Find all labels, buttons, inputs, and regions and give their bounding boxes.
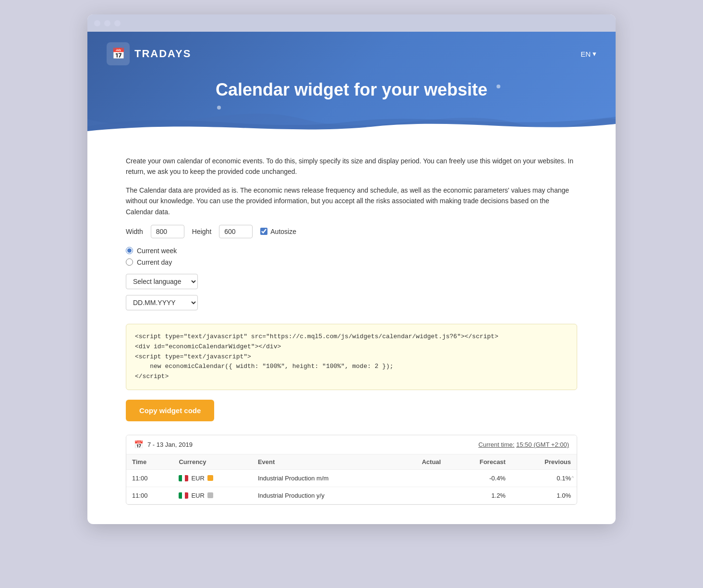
row2-previous: 1.0% <box>511 487 577 504</box>
events-table: Time Currency Event Actual Forecast Prev… <box>126 454 577 504</box>
height-label: Height <box>192 228 211 235</box>
table-body: 11:00 EUR Industrial Production m/m -0.4… <box>126 469 577 504</box>
table-row: 11:00 EUR Industrial Production m/m -0.4… <box>126 469 577 487</box>
titlebar <box>87 14 616 32</box>
width-label: Width <box>126 228 143 235</box>
widget-preview-header: 📅 7 - 13 Jan, 2019 Current time: 15:50 (… <box>126 435 577 454</box>
logo-text: TRADAYS <box>134 48 191 60</box>
radio-current-day-input[interactable] <box>126 258 133 266</box>
titlebar-dot-green <box>114 20 121 26</box>
row2-forecast: 1.2% <box>447 487 511 504</box>
row1-impact-icon <box>207 475 213 481</box>
current-time-label: Current time: <box>478 441 514 448</box>
row1-flag <box>179 475 188 481</box>
col-actual: Actual <box>394 454 447 470</box>
titlebar-dot-yellow <box>104 20 110 26</box>
height-input[interactable] <box>219 225 253 238</box>
date-range-text: 7 - 13 Jan, 2019 <box>147 441 193 448</box>
row2-impact-icon <box>207 492 213 498</box>
lang-label: EN <box>581 50 591 58</box>
radio-current-week[interactable]: Current week <box>126 247 577 255</box>
col-previous: Previous <box>511 454 577 470</box>
row1-event: Industrial Production m/m <box>252 469 394 487</box>
description-2: The Calendar data are provided as is. Th… <box>126 185 577 217</box>
current-time-display: Current time: 15:50 (GMT +2:00) <box>478 441 569 448</box>
row1-time: 11:00 <box>126 469 173 487</box>
width-input[interactable] <box>151 225 184 238</box>
row2-currency-text: EUR <box>191 492 204 499</box>
radio-current-day-label: Current day <box>137 258 172 266</box>
radio-current-week-input[interactable] <box>126 247 133 254</box>
main-content: Create your own calendar of economic eve… <box>87 138 616 524</box>
row2-flag <box>179 492 188 499</box>
table-header: Time Currency Event Actual Forecast Prev… <box>126 454 577 470</box>
widget-date-range: 📅 7 - 13 Jan, 2019 <box>134 440 193 449</box>
page-title: Calendar widget for your website <box>107 80 596 100</box>
period-radio-group: Current week Current day <box>126 247 577 266</box>
widget-preview: 📅 7 - 13 Jan, 2019 Current time: 15:50 (… <box>126 435 577 505</box>
col-event: Event <box>252 454 394 470</box>
lang-chevron-icon: ▾ <box>593 49 596 58</box>
page-header: 📅 TRADAYS EN ▾ Calendar widget for your … <box>87 32 616 138</box>
radio-current-day[interactable]: Current day <box>126 258 577 266</box>
date-format-dropdown[interactable]: DD.MM.YYYY MM/DD/YYYY <box>126 295 198 310</box>
row2-currency-cell: EUR <box>179 492 246 499</box>
autosize-label: Autosize <box>270 228 296 235</box>
row1-currency-cell: EUR <box>179 475 246 482</box>
table-header-row: Time Currency Event Actual Forecast Prev… <box>126 454 577 470</box>
copy-widget-code-button[interactable]: Copy widget code <box>126 400 214 421</box>
logo: 📅 TRADAYS <box>107 42 191 65</box>
col-currency: Currency <box>173 454 252 470</box>
main-window: 📅 TRADAYS EN ▾ Calendar widget for your … <box>87 14 616 524</box>
autosize-checkbox[interactable] <box>260 228 267 235</box>
row2-actual <box>394 487 447 504</box>
size-settings-row: Width Height Autosize <box>126 225 577 238</box>
titlebar-dot-red <box>94 20 100 26</box>
code-content: <script type="text/javascript" src="http… <box>135 333 498 380</box>
row1-actual <box>394 469 447 487</box>
col-time: Time <box>126 454 173 470</box>
header-nav: 📅 TRADAYS EN ▾ <box>107 42 596 65</box>
current-time-value: 15:50 (GMT +2:00) <box>516 441 569 448</box>
radio-current-week-label: Current week <box>137 247 177 255</box>
table-row: 11:00 EUR Industrial Production y/y 1.2%… <box>126 487 577 504</box>
row1-currency-text: EUR <box>191 475 204 482</box>
code-block: <script type="text/javascript" src="http… <box>126 324 577 390</box>
row1-currency: EUR <box>173 469 252 487</box>
autosize-row: Autosize <box>260 228 296 235</box>
description-1: Create your own calendar of economic eve… <box>126 156 577 177</box>
row2-currency: EUR <box>173 487 252 504</box>
row2-event: Industrial Production y/y <box>252 487 394 504</box>
row1-forecast: -0.4% <box>447 469 511 487</box>
row1-previous: 0.1% ^ <box>511 469 577 487</box>
scroll-up-icon: ^ <box>571 476 576 481</box>
language-dropdown[interactable]: Select language English German French <box>126 274 198 289</box>
logo-emoji: 📅 <box>112 48 125 60</box>
wave-decoration <box>87 100 616 138</box>
row2-time: 11:00 <box>126 487 173 504</box>
calendar-icon: 📅 <box>134 440 144 449</box>
logo-icon: 📅 <box>107 42 130 65</box>
col-forecast: Forecast <box>447 454 511 470</box>
language-selector-header[interactable]: EN ▾ <box>581 49 596 58</box>
